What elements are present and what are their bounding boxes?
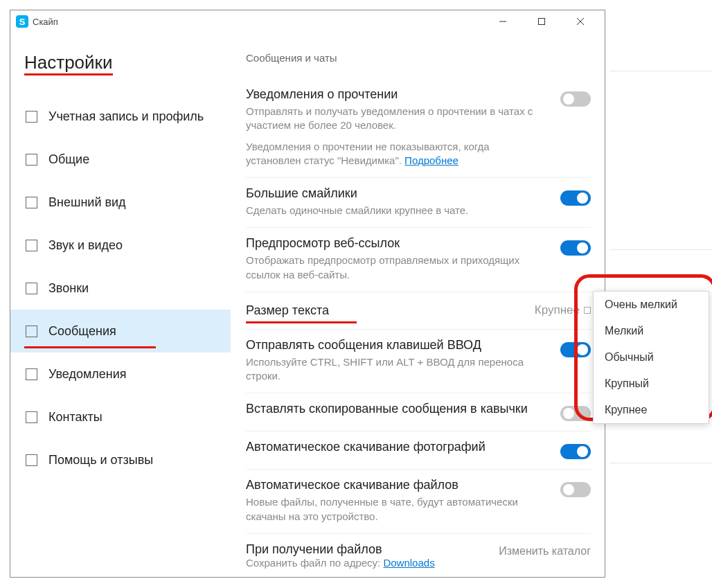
square-icon [26, 240, 37, 251]
square-icon [26, 368, 37, 380]
annotation-underline [246, 321, 357, 323]
content-area: Сообщения и чаты Уведомления о прочтении… [231, 33, 605, 577]
sidebar-item-label: Звонки [48, 281, 89, 296]
dropdown-item-normal[interactable]: Обычный [594, 344, 709, 371]
sidebar-item-general[interactable]: Общие [10, 138, 231, 181]
setting-title: Вставлять скопированные сообщения в кавы… [246, 402, 540, 416]
sidebar-item-messages[interactable]: Сообщения [10, 310, 231, 353]
setting-title: Предпросмотр веб-ссылок [246, 236, 540, 251]
sidebar-item-account[interactable]: Учетная запись и профиль [10, 95, 231, 138]
text-size-value[interactable]: Крупнее [535, 303, 591, 317]
minimize-button[interactable] [491, 12, 515, 31]
toggle-paste-quotes[interactable] [560, 406, 591, 421]
setting-auto-files: Автоматическое скачивание файлов Новые ф… [246, 470, 591, 534]
sidebar-item-appearance[interactable]: Внешний вид [10, 181, 231, 224]
toggle-auto-photo[interactable] [560, 444, 591, 459]
sidebar-item-label: Учетная запись и профиль [48, 109, 204, 124]
settings-window: S Скайп Настройки Учетная запись и профи… [10, 10, 605, 578]
setting-title: Отправлять сообщения клавишей ВВОД [246, 338, 540, 353]
setting-text: Уведомления о прочтении Отправлять и пол… [246, 87, 540, 168]
sidebar-item-label: Сообщения [48, 324, 116, 339]
square-icon [26, 154, 37, 166]
dropdown-item-small[interactable]: Мелкий [594, 318, 709, 344]
maximize-button[interactable] [530, 12, 553, 31]
setting-text: Автоматическое скачивание файлов Новые ф… [246, 478, 540, 524]
setting-text: Отправлять сообщения клавишей ВВОД Испол… [246, 338, 540, 384]
sidebar-item-label: Звук и видео [48, 238, 123, 253]
skype-icon: S [16, 15, 28, 28]
square-icon [26, 326, 37, 337]
svg-rect-1 [539, 19, 545, 25]
sidebar-item-calls[interactable]: Звонки [10, 267, 231, 310]
nav-list: Учетная запись и профиль Общие Внешний в… [10, 95, 231, 481]
downloads-link[interactable]: Downloads [383, 557, 434, 569]
dropdown-item-very-small[interactable]: Очень мелкий [594, 292, 709, 318]
setting-note: Уведомления о прочтении не показываются,… [246, 140, 540, 168]
sidebar-item-audio-video[interactable]: Звук и видео [10, 224, 231, 267]
setting-title: Размер текста [246, 303, 329, 318]
change-catalog-button[interactable]: Изменить каталог [499, 545, 591, 558]
learn-more-link[interactable]: Подробнее [404, 154, 459, 166]
setting-desc: Новые файлы, полученные в чате, будут ав… [246, 495, 540, 524]
setting-text: Автоматическое скачивание фотографий [246, 440, 540, 459]
setting-desc: Сделать одиночные смайлики крупнее в чат… [246, 204, 540, 217]
setting-desc: Отправлять и получать уведомления о проч… [246, 105, 540, 133]
window-controls [491, 12, 599, 31]
square-icon [26, 197, 37, 208]
sidebar-item-label: Контакты [48, 410, 103, 425]
setting-desc: Сохранить файл по адресу: Downloads [246, 557, 591, 569]
sidebar-item-label: Внешний вид [48, 195, 126, 210]
setting-on-receive: Изменить каталог При получении файлов Со… [246, 534, 591, 569]
sidebar: Настройки Учетная запись и профиль Общие… [10, 33, 231, 577]
dropdown-indicator-icon [584, 307, 591, 314]
toggle-enter-send[interactable] [560, 342, 591, 357]
toggle-web-preview[interactable] [560, 240, 591, 256]
setting-text-size[interactable]: Размер текста Крупнее [246, 292, 591, 330]
setting-title: Автоматическое скачивание файлов [246, 478, 540, 492]
section-header: Сообщения и чаты [246, 52, 591, 64]
sidebar-title: Настройки [10, 52, 231, 81]
square-icon [26, 111, 37, 123]
body: Настройки Учетная запись и профиль Общие… [10, 33, 605, 577]
sidebar-item-label: Помощь и отзывы [48, 453, 153, 467]
setting-auto-photo: Автоматическое скачивание фотографий [246, 431, 591, 470]
close-button[interactable] [569, 12, 592, 31]
toggle-big-emoji[interactable] [560, 190, 591, 206]
setting-read-receipts: Уведомления о прочтении Отправлять и пол… [246, 79, 591, 178]
square-icon [26, 283, 37, 294]
app-title: Скайп [33, 17, 58, 27]
setting-web-preview: Предпросмотр веб-ссылок Отображать предп… [246, 228, 591, 292]
square-icon [26, 411, 37, 423]
setting-paste-quotes: Вставлять скопированные сообщения в кавы… [246, 393, 591, 431]
square-icon [26, 454, 37, 466]
sidebar-item-notifications[interactable]: Уведомления [10, 353, 231, 395]
setting-big-emoji: Большие смайлики Сделать одиночные смайл… [246, 178, 591, 228]
toggle-read-receipts[interactable] [560, 91, 591, 107]
annotation-underline [24, 346, 156, 348]
setting-text: Вставлять скопированные сообщения в кавы… [246, 402, 540, 421]
setting-title: Уведомления о прочтении [246, 87, 540, 102]
setting-title: Автоматическое скачивание фотографий [246, 440, 540, 454]
setting-enter-send: Отправлять сообщения клавишей ВВОД Испол… [246, 330, 591, 394]
sidebar-item-label: Общие [48, 152, 89, 167]
sidebar-item-label: Уведомления [48, 367, 127, 382]
setting-desc: Отображать предпросмотр отправляемых и п… [246, 253, 540, 282]
setting-title: Большие смайлики [246, 186, 540, 201]
toggle-auto-files[interactable] [560, 482, 591, 497]
dropdown-item-larger[interactable]: Крупнее [594, 397, 709, 423]
setting-text: Большие смайлики Сделать одиночные смайл… [246, 186, 540, 217]
sidebar-item-help[interactable]: Помощь и отзывы [10, 438, 231, 481]
setting-control [549, 87, 591, 168]
dropdown-item-large[interactable]: Крупный [594, 371, 709, 397]
text-size-dropdown: Очень мелкий Мелкий Обычный Крупный Круп… [593, 291, 709, 424]
titlebar: S Скайп [10, 10, 605, 33]
setting-text: Предпросмотр веб-ссылок Отображать предп… [246, 236, 540, 282]
sidebar-item-contacts[interactable]: Контакты [10, 395, 231, 438]
setting-desc: Используйте CTRL, SHIFT или ALT + ВВОД д… [246, 355, 540, 384]
